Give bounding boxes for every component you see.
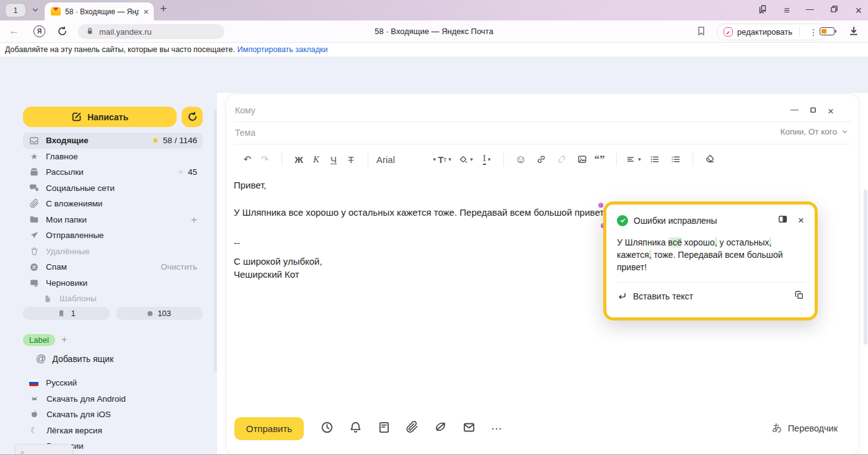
browser-menu-icon[interactable]: ≡ <box>784 5 789 16</box>
undo-icon[interactable]: ↶ <box>239 151 256 168</box>
folder-list: Входящие 58 / 1146 ★ Главное Рассылки 45… <box>23 133 203 307</box>
folder-icon <box>29 214 39 224</box>
unread-filter-pill[interactable]: 103 <box>116 307 203 320</box>
redo-icon[interactable]: ↷ <box>256 151 273 168</box>
star-icon: ★ <box>29 151 39 161</box>
attach-file-icon[interactable] <box>406 421 418 436</box>
back-icon[interactable]: ← <box>9 25 19 37</box>
folder-social[interactable]: Социальные сети <box>23 180 203 197</box>
highlight-color-button[interactable]: ▾ <box>457 151 474 168</box>
link-button[interactable] <box>533 151 550 168</box>
battery-icon <box>820 27 835 35</box>
download-ios-link[interactable]: Скачать для iOS <box>29 407 203 423</box>
yandex360-header: Я 360 Поиск Почта Диск Документы 17 Ка <box>0 57 868 93</box>
page-scrollbar[interactable] <box>864 190 867 345</box>
edit-bookmarks-button[interactable]: редактировать ⋮ <box>717 24 826 40</box>
font-size-select[interactable]: Tт▾ <box>436 151 453 168</box>
emoji-button[interactable]: ☺ <box>512 151 529 168</box>
corrected-text: У Шляпника всё хорошо, у остальных, каже… <box>617 236 808 273</box>
language-link[interactable]: Русский <box>29 375 203 391</box>
refresh-button[interactable] <box>182 107 203 127</box>
underline-button[interactable]: Ч <box>325 151 342 168</box>
bookmarked-filter-pill[interactable]: 1 <box>23 307 110 320</box>
light-version-link[interactable]: ☾ Лёгкая версия <box>29 423 203 439</box>
folder-templates[interactable]: Шаблоны <box>23 291 203 307</box>
downloads-icon[interactable] <box>848 25 859 39</box>
send-button[interactable]: Отправить <box>234 417 304 440</box>
label-tag[interactable]: Label <box>23 334 55 346</box>
add-mailbox-button[interactable]: @ Добавить ящик <box>36 353 113 364</box>
folder-inbox[interactable]: Входящие 58 / 1146 <box>23 133 203 149</box>
inbox-icon <box>29 136 39 146</box>
download-android-link[interactable]: Скачать для Android <box>29 391 203 407</box>
tab-counter-button[interactable]: 1 <box>5 3 26 17</box>
folder-attachments[interactable]: С вложениями <box>23 196 203 212</box>
compose-expand-icon[interactable] <box>809 105 817 117</box>
paperclip-icon <box>29 199 39 208</box>
browser-tab[interactable]: 58 · Входящие — Яндек × <box>45 2 154 20</box>
body-line: У Шляпника все хорошо у остальных кажетс… <box>234 207 606 218</box>
tab-list-chevron-icon[interactable] <box>31 6 40 17</box>
folder-drafts[interactable]: Черновики <box>23 275 203 291</box>
strikethrough-button[interactable]: Т <box>342 151 360 168</box>
schedule-clock-icon[interactable] <box>321 421 334 436</box>
clear-format-button[interactable] <box>701 151 719 168</box>
russia-flag-icon <box>29 379 38 386</box>
profile-icon[interactable]: Я <box>33 25 45 37</box>
unlink-button[interactable] <box>553 151 570 168</box>
folder-trash[interactable]: Удалённые <box>23 244 203 260</box>
attach-mail-icon[interactable] <box>463 421 476 436</box>
folder-main[interactable]: ★ Главное <box>23 149 203 165</box>
address-bar[interactable]: mail.yandex.ru <box>78 24 224 39</box>
folder-newsletters[interactable]: Рассылки 45 <box>23 164 203 180</box>
window-restore-button[interactable] <box>830 4 839 16</box>
compose-minimize-icon[interactable]: — <box>790 105 799 114</box>
import-bookmarks-link[interactable]: Импортировать закладки <box>237 45 328 54</box>
apple-icon <box>29 410 39 419</box>
bullet-list-button[interactable] <box>646 151 663 168</box>
bookmarks-panel-icon[interactable] <box>758 4 768 17</box>
translator-button[interactable]: あ Переводчик <box>772 422 838 435</box>
folder-sent[interactable]: Отправленные <box>23 228 203 244</box>
italic-button[interactable]: К <box>308 151 325 168</box>
text-color-button[interactable]: I▾ <box>478 151 495 168</box>
compose-button[interactable]: Написать <box>23 107 177 127</box>
bookmark-icon <box>57 309 66 318</box>
attach-disk-icon[interactable] <box>434 421 447 436</box>
quote-button[interactable]: “” <box>591 151 608 168</box>
popup-close-icon[interactable]: × <box>798 215 804 226</box>
add-folder-icon[interactable]: + <box>191 214 197 225</box>
clear-spam-button[interactable]: Очистить <box>161 262 197 272</box>
insert-image-button[interactable] <box>574 151 591 168</box>
body-line: С широкой улыбкой, <box>234 256 322 267</box>
notify-bell-icon[interactable] <box>349 421 362 436</box>
add-label-icon[interactable]: + <box>61 334 68 346</box>
copy-icon[interactable] <box>794 290 804 303</box>
template-note-icon[interactable] <box>378 421 391 436</box>
collapsed-widget[interactable]: » <box>15 444 73 455</box>
compose-close-icon[interactable]: × <box>828 106 834 117</box>
reload-icon[interactable] <box>57 26 68 39</box>
split-view-icon[interactable] <box>777 214 788 227</box>
font-family-select[interactable]: Arial ▾ <box>376 154 436 165</box>
hint-text: Добавляйте на эту панель сайты, которые … <box>5 45 235 54</box>
subject-field[interactable]: Тема <box>235 128 255 138</box>
bold-button[interactable]: Ж <box>290 151 308 168</box>
check-circle-icon <box>617 215 628 226</box>
folder-my-folders[interactable]: Мои папки + <box>23 212 203 228</box>
tab-close-icon[interactable]: × <box>143 7 149 16</box>
selection-handle[interactable] <box>598 203 603 208</box>
body-line: Привет, <box>234 180 267 190</box>
insert-text-button[interactable]: Вставить текст <box>617 291 693 301</box>
align-button[interactable]: ▾ <box>625 151 642 168</box>
to-field[interactable]: Кому <box>235 105 255 115</box>
cc-from-toggle[interactable]: Копии, От кого <box>781 127 849 136</box>
bookmark-flag-icon[interactable] <box>696 25 707 39</box>
window-minimize-button[interactable]: — <box>805 4 813 14</box>
folder-spam[interactable]: Спам Очистить <box>23 259 203 275</box>
new-tab-button[interactable]: + <box>160 2 167 15</box>
window-close-button[interactable]: × <box>855 5 862 16</box>
more-options-icon[interactable]: ⋯ <box>491 422 503 435</box>
numbered-list-button[interactable] <box>667 151 684 168</box>
file-icon <box>43 294 53 303</box>
